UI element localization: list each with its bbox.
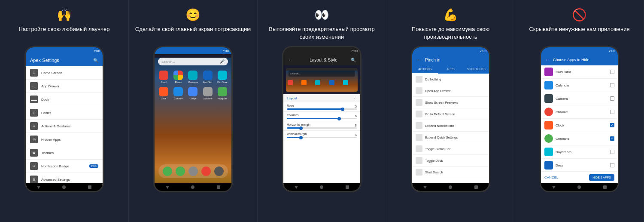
choose-apps-title: Choose Apps to Hide xyxy=(553,58,589,62)
daydream-checkbox[interactable] xyxy=(610,150,614,154)
home-search-bar[interactable]: Search... 🎤 xyxy=(158,58,228,65)
app-clock[interactable]: Clock xyxy=(157,87,170,100)
tab-actions[interactable]: ACTIONS xyxy=(412,65,438,74)
dock-apps[interactable] xyxy=(188,166,198,176)
nav-home-btn-3[interactable] xyxy=(320,185,323,189)
layout-row-rows: Rows 5 xyxy=(283,102,360,112)
app-gmail[interactable]: Gmail xyxy=(157,71,170,83)
clock-app-name: Clock xyxy=(556,123,610,127)
nav-home-btn-5[interactable] xyxy=(577,185,581,189)
advanced-label: Advanced Settings xyxy=(41,178,70,182)
pinch-item-open-drawer[interactable]: Open App Drawer xyxy=(412,85,489,97)
docs-checkbox[interactable] xyxy=(610,163,614,167)
hide-app-calculator[interactable]: Calculator xyxy=(541,65,618,79)
app-hangouts[interactable]: Hangouts xyxy=(216,87,229,100)
menu-item-notification-badge[interactable]: ⊡ Notification Badge PRO xyxy=(26,160,103,173)
back-icon-layout[interactable]: ← xyxy=(288,57,293,63)
app-calculator[interactable]: Calculator xyxy=(201,87,214,100)
pinch-item-toggle-status[interactable]: Toggle Status Bar xyxy=(412,143,489,155)
clock-checkbox[interactable]: ✓ xyxy=(610,123,614,127)
tab-apps[interactable]: APPS xyxy=(438,65,464,74)
dock-chrome[interactable] xyxy=(201,166,211,176)
nav-home-btn-4[interactable] xyxy=(449,185,452,189)
panel2-emoji: 😊 xyxy=(185,8,200,22)
dock-phone[interactable] xyxy=(163,166,172,176)
nav-recents-btn-2[interactable] xyxy=(217,185,220,189)
menu-item-actions[interactable]: ✦ Actions & Gestures xyxy=(26,120,103,133)
chrome-checkbox[interactable] xyxy=(610,110,614,114)
tab-shortcuts[interactable]: SHORTCUTS xyxy=(463,65,489,74)
docs-app-name: Docs xyxy=(556,163,610,167)
pinch-item-expand-quick[interactable]: Expand Quick Settings xyxy=(412,132,489,143)
columns-slider[interactable] xyxy=(287,118,357,119)
nav-recents-btn-5[interactable] xyxy=(603,185,607,189)
dock-contacts[interactable] xyxy=(176,166,185,176)
hide-app-camera[interactable]: Camera xyxy=(541,92,618,105)
nav-back-btn-3[interactable] xyxy=(295,186,298,189)
h-margin-slider[interactable] xyxy=(287,127,357,129)
app-google[interactable]: Google xyxy=(186,87,199,100)
nav-back-btn-2[interactable] xyxy=(166,186,169,189)
calendar-checkbox[interactable] xyxy=(610,83,614,87)
menu-item-dock[interactable]: ▬▬ Dock xyxy=(26,93,103,106)
h-margin-value: S xyxy=(355,124,357,127)
v-margin-slider-thumb[interactable] xyxy=(299,136,303,139)
hide-app-clock[interactable]: Clock ✓ xyxy=(541,119,618,132)
nav-recents-btn[interactable] xyxy=(88,185,91,189)
pinch-item-start-search[interactable]: Start Search xyxy=(412,166,489,178)
home-wallpaper: Search... 🎤 Gmail Photos Messages xyxy=(155,58,231,187)
menu-item-hidden[interactable]: ◎ Hidden Apps xyxy=(26,133,103,146)
dock-camera[interactable] xyxy=(214,166,224,176)
back-icon-pinch[interactable]: ← xyxy=(416,57,422,63)
columns-label: Columns xyxy=(287,114,299,117)
search-icon-layout[interactable]: 🔍 xyxy=(351,58,356,62)
h-margin-slider-thumb[interactable] xyxy=(299,126,303,130)
app-messages[interactable]: Messages xyxy=(186,71,199,83)
pinch-item-screen-previews[interactable]: Show Screen Previews xyxy=(412,97,489,108)
voice-search-icon[interactable]: 🎤 xyxy=(220,59,225,64)
hide-apps-button[interactable]: HIDE 2 APPS xyxy=(589,174,614,181)
cancel-button[interactable]: CANCEL xyxy=(544,176,558,179)
calendar-label: Calendar xyxy=(174,97,182,100)
menu-item-folder[interactable]: ⊟ Folder xyxy=(26,106,103,120)
rows-slider-thumb[interactable] xyxy=(341,108,344,111)
nav-home-btn[interactable] xyxy=(62,185,66,189)
contacts-checkbox[interactable]: ✓ xyxy=(610,136,614,141)
nav-recents-btn-3[interactable] xyxy=(346,185,349,189)
hide-app-docs[interactable]: Docs xyxy=(541,159,618,172)
pinch-tabs: ACTIONS APPS SHORTCUTS xyxy=(412,65,489,74)
start-search-icon xyxy=(416,169,422,176)
app-photos[interactable]: Photos xyxy=(172,71,185,83)
menu-item-themes[interactable]: ✿ Themes xyxy=(26,146,103,160)
app-calendar[interactable]: Calendar xyxy=(172,87,185,100)
pinch-item-expand-notif[interactable]: Expand Notifications xyxy=(412,120,489,132)
panel-customize-launcher: 🙌 Настройте свою любимый лаунчер 7:00 Ap… xyxy=(0,0,129,222)
hide-app-daydream[interactable]: Daydream xyxy=(541,145,618,159)
hide-app-chrome[interactable]: Chrome xyxy=(541,105,618,119)
calculator-checkbox[interactable] xyxy=(610,70,614,74)
menu-item-app-drawer[interactable]: ⋯ App Drawer xyxy=(26,80,103,93)
phone-frame-5: 7:00 ← Choose Apps to Hide Calculator Ca… xyxy=(540,46,619,192)
camera-checkbox[interactable] xyxy=(610,96,614,101)
hide-app-contacts[interactable]: Contacts ✓ xyxy=(541,132,618,145)
pinch-item-do-nothing[interactable]: Do Nothing xyxy=(412,74,489,85)
advanced-icon: ⊞ xyxy=(30,176,38,183)
pinch-item-toggle-dock[interactable]: Toggle Dock xyxy=(412,155,489,166)
nav-home-btn-2[interactable] xyxy=(191,185,194,189)
app-apex[interactable]: Apex Sett. xyxy=(201,71,214,83)
app-playstore[interactable]: Play Store xyxy=(216,71,229,83)
pinch-item-default-screen[interactable]: Go to Default Screen xyxy=(412,108,489,120)
nav-recents-btn-4[interactable] xyxy=(474,185,478,189)
hide-app-calendar[interactable]: Calendar xyxy=(541,79,618,92)
start-search-label: Start Search xyxy=(425,170,443,174)
nav-back-btn-5[interactable] xyxy=(552,186,556,189)
search-icon[interactable]: 🔍 xyxy=(93,58,98,63)
columns-slider-thumb[interactable] xyxy=(337,117,341,120)
nav-back-btn[interactable] xyxy=(37,186,40,189)
v-margin-slider[interactable] xyxy=(287,137,357,138)
layout-more-icon[interactable]: ⋮ xyxy=(352,96,357,101)
rows-slider[interactable] xyxy=(287,108,357,110)
back-icon-hide[interactable]: ← xyxy=(545,57,550,63)
nav-back-btn-4[interactable] xyxy=(423,186,427,189)
menu-item-home-screen[interactable]: ⊞ Home Screen xyxy=(26,66,103,80)
